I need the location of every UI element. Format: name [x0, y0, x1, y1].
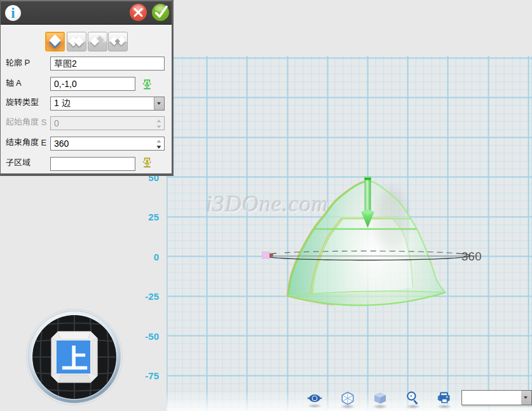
svg-text:360: 360: [461, 250, 482, 263]
